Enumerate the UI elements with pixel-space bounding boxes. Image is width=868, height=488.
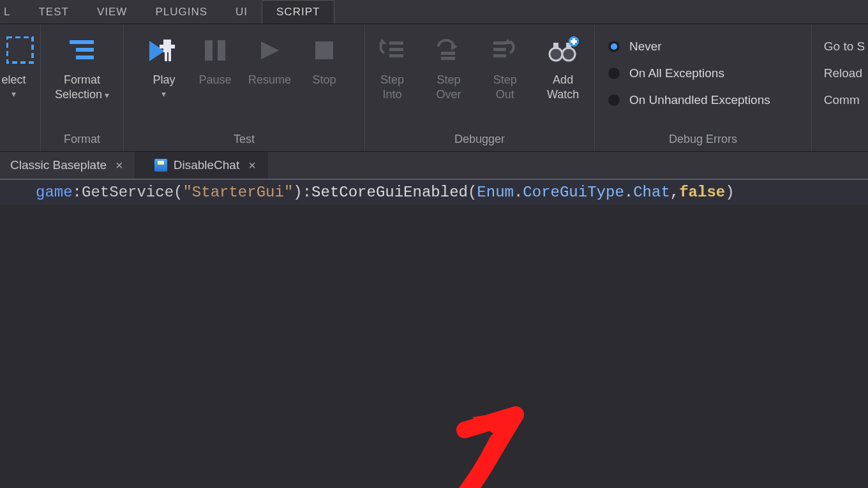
script-icon [154, 159, 167, 172]
svg-point-24 [550, 48, 562, 61]
select-label: elect [1, 73, 26, 86]
step-into-icon [378, 32, 406, 69]
play-icon [148, 32, 180, 69]
svg-point-25 [562, 48, 575, 61]
svg-rect-30 [571, 40, 577, 43]
svg-rect-0 [7, 37, 33, 63]
stop-icon [313, 32, 336, 69]
resume-label: Resume [248, 69, 291, 102]
close-icon[interactable]: × [113, 158, 126, 173]
commit-button[interactable]: Comm [824, 93, 865, 107]
format-icon [67, 32, 98, 69]
stop-button[interactable]: Stop [299, 28, 350, 102]
svg-rect-12 [315, 41, 333, 59]
radio-never-label: Never [629, 40, 662, 54]
radio-on-all[interactable]: On All Exceptions [608, 66, 798, 80]
svg-rect-2 [76, 48, 94, 52]
svg-marker-11 [261, 41, 279, 59]
code-editor[interactable]: game:GetService("StarterGui"):SetCoreGui… [0, 180, 868, 488]
step-out-label: Step Out [486, 69, 524, 102]
svg-rect-7 [165, 52, 167, 61]
svg-rect-21 [493, 41, 506, 45]
svg-rect-14 [389, 41, 403, 45]
ribbon: elect▾ Format Selection ▾ Format Play▾ [0, 24, 868, 152]
reload-button[interactable]: Reload [824, 66, 865, 80]
step-into-button[interactable]: Step Into [365, 28, 419, 102]
radio-icon [608, 40, 620, 53]
pause-icon [202, 32, 228, 69]
svg-rect-19 [441, 57, 455, 60]
goto-script-button[interactable]: Go to S [824, 40, 865, 54]
add-watch-label: Add Watch [539, 69, 587, 102]
svg-rect-23 [493, 54, 506, 57]
svg-rect-3 [76, 55, 94, 59]
radio-icon [608, 94, 620, 107]
step-out-icon [491, 32, 519, 69]
step-over-button[interactable]: Step Over [419, 28, 478, 102]
step-over-label: Step Over [427, 69, 470, 102]
svg-rect-26 [553, 43, 558, 49]
group-label-debugger: Debugger [365, 129, 594, 151]
radio-never[interactable]: Never [608, 40, 798, 54]
file-tab-classic-baseplate[interactable]: Classic Baseplate × [0, 152, 135, 179]
svg-rect-1 [70, 40, 94, 44]
svg-rect-10 [218, 40, 225, 61]
file-tab-bar: Classic Baseplate × DisableChat × [0, 152, 868, 180]
step-over-icon [435, 32, 463, 69]
svg-marker-31 [472, 410, 520, 461]
menu-tab-cut[interactable]: L [0, 0, 24, 24]
menu-tab-ui[interactable]: UI [221, 0, 262, 24]
pause-label: Pause [198, 69, 231, 102]
svg-rect-16 [389, 54, 403, 57]
resume-button[interactable]: Resume [241, 28, 299, 102]
select-icon [6, 32, 34, 69]
play-button[interactable]: Play▾ [138, 28, 190, 102]
radio-on-unhandled-label: On Unhandled Exceptions [629, 93, 770, 107]
pause-button[interactable]: Pause [190, 28, 241, 102]
radio-on-all-label: On All Exceptions [629, 66, 724, 80]
caret-down-icon: ▾ [153, 89, 175, 100]
code-line-1[interactable]: game:GetService("StarterGui"):SetCoreGui… [0, 180, 868, 205]
svg-rect-22 [493, 48, 506, 51]
binoculars-plus-icon [547, 32, 579, 69]
play-label: Play [153, 73, 175, 86]
add-watch-button[interactable]: Add Watch [532, 28, 594, 102]
svg-rect-8 [168, 52, 171, 61]
file-tab-label: Classic Baseplate [10, 158, 107, 172]
select-button[interactable]: elect▾ [0, 28, 46, 102]
svg-rect-9 [205, 40, 213, 61]
svg-rect-15 [389, 48, 403, 51]
file-tab-disable-chat[interactable]: DisableChat × [135, 152, 268, 179]
close-icon[interactable]: × [246, 158, 258, 173]
menu-tab-script[interactable]: SCRIPT [262, 0, 334, 24]
menu-tab-test[interactable]: TEST [24, 0, 82, 24]
format-selection-button[interactable]: Format Selection ▾ [41, 28, 123, 102]
resume-icon [257, 32, 283, 69]
caret-down-icon: ▾ [102, 90, 109, 100]
file-tab-label: DisableChat [174, 158, 240, 172]
group-label-select [0, 142, 40, 151]
menu-tab-plugins[interactable]: PLUGINS [141, 0, 221, 24]
svg-rect-6 [160, 45, 175, 48]
group-label-format: Format [41, 129, 123, 151]
menu-tab-view[interactable]: VIEW [83, 0, 141, 24]
caret-down-icon: ▾ [1, 89, 26, 100]
group-label-debug-errors: Debug Errors [595, 129, 811, 151]
stop-label: Stop [313, 69, 336, 102]
svg-rect-18 [441, 52, 455, 55]
radio-on-unhandled[interactable]: On Unhandled Exceptions [608, 93, 798, 107]
radio-icon [608, 67, 620, 80]
annotation-arrow [166, 390, 562, 488]
group-label-test: Test [124, 129, 364, 151]
svg-marker-13 [379, 39, 387, 44]
svg-marker-4 [149, 41, 165, 61]
step-into-label: Step Into [373, 69, 412, 102]
step-out-button[interactable]: Step Out [478, 28, 532, 102]
menu-tab-bar: L TEST VIEW PLUGINS UI SCRIPT [0, 0, 868, 24]
format-selection-label: Format Selection [55, 73, 102, 101]
